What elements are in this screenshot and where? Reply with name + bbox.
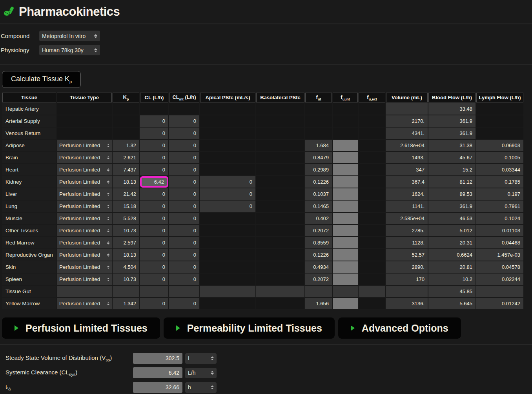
spinner-icon <box>94 34 97 38</box>
calculate-tissue-kp-button[interactable]: Calculate Tissue Kp <box>2 71 81 88</box>
accordion-permeability-limited-tissues[interactable]: Permeability Limited Tissues <box>164 317 335 339</box>
cell-lymph-flow <box>476 128 523 139</box>
cell-tissue: Arterial Supply <box>2 115 56 127</box>
physiology-select[interactable]: Human 78kg 30y <box>39 45 100 55</box>
cell-volume <box>386 286 428 297</box>
cell-f-u-ext <box>359 286 385 297</box>
tissue-type-select[interactable]: Perfusion Limited <box>57 274 112 285</box>
tissue-type-select[interactable]: Perfusion Limited <box>57 298 112 309</box>
cell-apical-pstc <box>200 225 255 236</box>
cell-f-u-int[interactable] <box>333 225 358 236</box>
cell-volume: 2785. <box>386 225 428 236</box>
cell-cl: 0 <box>140 201 168 212</box>
caret-right-icon <box>15 325 18 331</box>
cell-tissue: Heart <box>2 164 56 175</box>
cell-kp <box>113 115 139 127</box>
spinner-icon <box>107 229 109 232</box>
cell-apical-pstc <box>200 140 255 151</box>
cell-blood-flow: 5.645 <box>428 298 476 309</box>
cell-blood-flow: 33.48 <box>428 103 476 115</box>
table-row: Arterial Supply002170.361.9 <box>2 115 523 127</box>
thalf-input[interactable] <box>133 382 182 393</box>
cell-blood-flow: 20.81 <box>428 261 476 273</box>
cell-f-u-int[interactable] <box>333 237 358 248</box>
cell-blood-flow: 45.67 <box>428 152 476 163</box>
cell-apical-pstc: 0 <box>200 201 255 212</box>
cell-basolateral-pstc <box>256 237 304 248</box>
cell-blood-flow: 361.9 <box>428 128 476 139</box>
table-row: LiverPerfusion Limited21.420000.10371624… <box>2 188 523 200</box>
vss-unit-select[interactable]: L <box>185 353 217 364</box>
tissue-type-select[interactable]: Perfusion Limited <box>57 225 112 236</box>
cell-f-u-int[interactable] <box>333 201 358 212</box>
tissue-type-select[interactable]: Perfusion Limited <box>57 164 112 175</box>
clsys-input[interactable] <box>133 367 182 378</box>
cell-f-u-int[interactable] <box>333 213 358 224</box>
cell-blood-flow: 15.2 <box>428 164 476 175</box>
cell-kp: 15.18 <box>113 201 139 212</box>
cell-blood-flow: 31.38 <box>428 140 476 151</box>
cell-volume: 1624. <box>386 188 428 200</box>
cell-tissue-type <box>57 128 112 139</box>
cell-f-u-int[interactable] <box>333 298 358 309</box>
cell-f-u-int[interactable] <box>333 274 358 285</box>
cell-cl: 0 <box>140 115 168 127</box>
cell-cl: 0 <box>140 164 168 175</box>
cell-lymph-flow: 0.1005 <box>476 152 523 163</box>
cell-f-u-int[interactable] <box>333 176 358 188</box>
cell-basolateral-pstc <box>256 140 304 151</box>
cell-blood-flow: 89.53 <box>428 188 476 200</box>
cell-f-u-int[interactable] <box>333 188 358 200</box>
accordion-advanced-options[interactable]: Advanced Options <box>338 317 461 339</box>
cell-cl-int: 0 <box>169 274 199 285</box>
table-row: MusclePerfusion Limited5.528000.4022.585… <box>2 213 523 224</box>
tissue-type-select[interactable]: Perfusion Limited <box>57 201 112 212</box>
cell-basolateral-pstc <box>256 103 304 115</box>
cell-cl-int: 0 <box>169 176 199 188</box>
cell-cl[interactable]: 6.42 <box>140 176 168 188</box>
cell-f-u-ext <box>359 261 385 273</box>
cell-f-u-int[interactable] <box>333 164 358 175</box>
accordion-perfusion-limited-tissues[interactable]: Perfusion Limited Tissues <box>2 317 160 339</box>
cell-basolateral-pstc <box>256 298 304 309</box>
cell-cl-int: 0 <box>169 213 199 224</box>
cell-f-ut: 0.8479 <box>305 152 332 163</box>
spinner-icon <box>107 241 109 244</box>
cell-volume: 1493. <box>386 152 428 163</box>
cell-lymph-flow <box>476 103 523 115</box>
cell-f-u-int[interactable] <box>333 152 358 163</box>
cell-lymph-flow: 0.01242 <box>476 298 523 309</box>
spinner-icon <box>211 371 214 375</box>
cell-f-u-int[interactable] <box>333 249 358 261</box>
spinner-icon <box>107 205 109 208</box>
tissue-type-select[interactable]: Perfusion Limited <box>57 176 112 188</box>
clsys-unit-select[interactable]: L/h <box>185 368 217 378</box>
tissue-type-select[interactable]: Perfusion Limited <box>57 140 112 151</box>
cell-apical-pstc <box>200 103 255 115</box>
thalf-unit-select[interactable]: h <box>185 382 217 393</box>
compound-label: Compound <box>1 33 39 39</box>
cell-basolateral-pstc <box>256 188 304 200</box>
cell-kp: 10.73 <box>113 274 139 285</box>
cell-tissue: Muscle <box>2 213 56 224</box>
compound-select[interactable]: Metoprolol In vitro <box>39 31 100 41</box>
cell-cl: 0 <box>140 140 168 151</box>
vss-input[interactable] <box>133 353 182 364</box>
tissue-type-select[interactable]: Perfusion Limited <box>57 152 112 163</box>
cell-cl-int: 0 <box>169 140 199 151</box>
cell-cl-int: 0 <box>169 298 199 309</box>
tissue-type-select-value: Perfusion Limited <box>59 240 100 246</box>
tissue-table: TissueTissue TypeKpCL (L/h)CLint (L/h)Ap… <box>2 92 524 310</box>
tissue-type-select[interactable]: Perfusion Limited <box>57 249 112 261</box>
col-header-volume: Volume (mL) <box>386 93 428 102</box>
tissue-type-select[interactable]: Perfusion Limited <box>57 188 112 200</box>
cell-f-u-int[interactable] <box>333 140 358 151</box>
title-bar: Pharmacokinetics <box>0 0 532 24</box>
cell-kp: 1.32 <box>113 140 139 151</box>
cell-f-u-int[interactable] <box>333 261 358 273</box>
cell-lymph-flow <box>476 115 523 127</box>
tissue-type-select[interactable]: Perfusion Limited <box>57 261 112 273</box>
tissue-type-select[interactable]: Perfusion Limited <box>57 237 112 248</box>
tissue-type-select[interactable]: Perfusion Limited <box>57 213 112 224</box>
cell-f-u-ext <box>359 213 385 224</box>
